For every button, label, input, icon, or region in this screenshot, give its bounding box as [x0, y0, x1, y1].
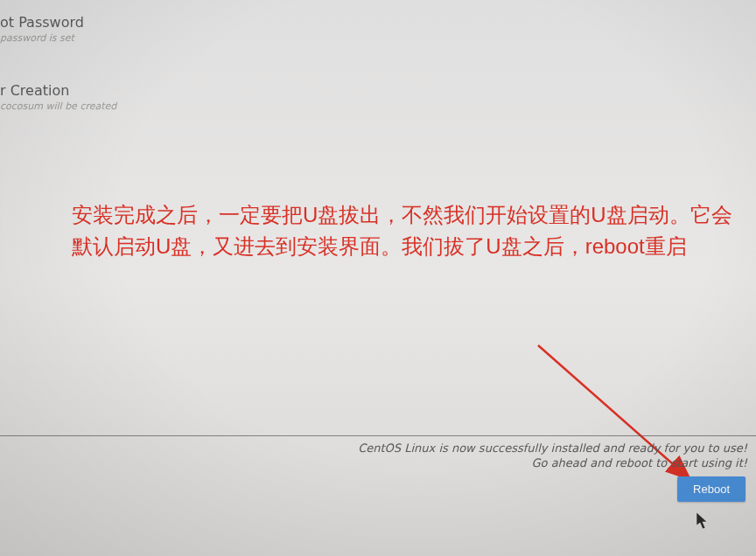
- status-line-2: Go ahead and reboot to start using it!: [358, 455, 747, 470]
- root-password-subtitle: password is set: [0, 32, 149, 44]
- annotation-note: 安装完成之后，一定要把U盘拔出，不然我们开始设置的U盘启动。它会默认启动U盘，又…: [72, 199, 737, 262]
- separator-line: [0, 435, 756, 436]
- user-creation-subtitle: cocosum will be created: [0, 101, 149, 112]
- user-creation-title: r Creation: [0, 82, 149, 99]
- root-password-title: ot Password: [0, 14, 149, 31]
- status-line-1: CentOS Linux is now successfully install…: [358, 441, 747, 455]
- user-settings-panel: ot Password password is set r Creation c…: [0, 7, 158, 143]
- reboot-button[interactable]: Reboot: [677, 476, 746, 502]
- mouse-cursor-icon: [696, 512, 710, 530]
- install-status: CentOS Linux is now successfully install…: [358, 441, 747, 470]
- user-creation-item[interactable]: r Creation cocosum will be created: [0, 75, 158, 117]
- root-password-item[interactable]: ot Password password is set: [0, 7, 158, 49]
